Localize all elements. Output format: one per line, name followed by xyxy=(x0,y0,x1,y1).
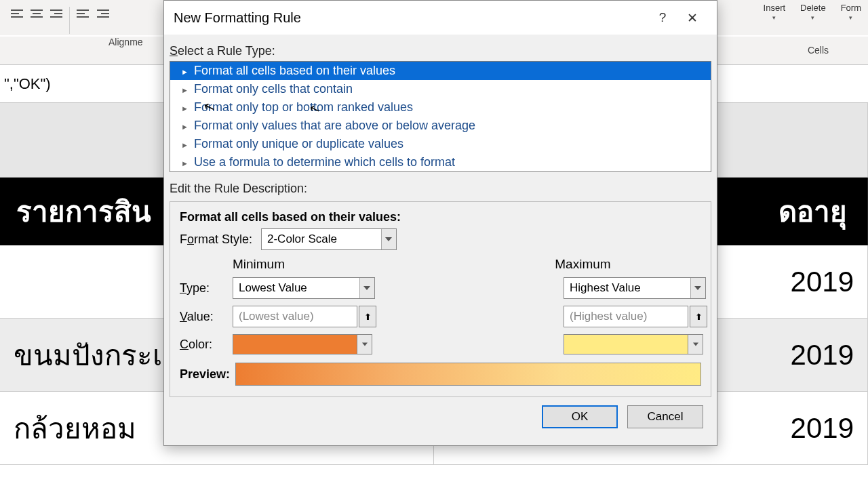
rule-type-list[interactable]: ►Format all cells based on their values … xyxy=(170,61,711,172)
cancel-button[interactable]: Cancel xyxy=(627,405,703,428)
arrow-icon: ► xyxy=(181,159,189,167)
arrow-icon: ► xyxy=(181,141,189,149)
close-button[interactable]: ✕ xyxy=(677,3,707,33)
combo-value: Lowest Value xyxy=(239,281,307,295)
cell-text: 2019 xyxy=(791,266,854,298)
color-swatch xyxy=(233,334,357,354)
rule-type-label: Use a formula to determine which cells t… xyxy=(194,155,455,169)
desc-title: Format all cells based on their values: xyxy=(180,210,701,224)
cell-text: 2019 xyxy=(791,339,854,371)
minmax-grid: Type: Lowest Value Highest Value Value: … xyxy=(180,277,701,354)
format-style-combo[interactable]: 2-Color Scale xyxy=(261,228,397,250)
preview-row: Preview: xyxy=(180,363,701,386)
max-type-combo[interactable]: Highest Value xyxy=(564,277,706,299)
color-label: Color: xyxy=(180,338,223,352)
arrow-icon: ► xyxy=(181,104,189,113)
formula-bar-text: ","OK") xyxy=(4,75,51,93)
alignment-group-label: Alignme xyxy=(108,37,143,64)
dialog-titlebar: New Formatting Rule ? ✕ xyxy=(164,1,717,35)
ok-button[interactable]: OK xyxy=(542,405,618,428)
arrow-icon: ► xyxy=(181,123,189,131)
dialog-title: New Formatting Rule xyxy=(174,10,301,26)
arrow-icon: ► xyxy=(181,86,189,94)
chevron-down-icon: ▾ xyxy=(811,14,814,21)
chevron-down-icon xyxy=(690,278,705,298)
max-color-picker[interactable] xyxy=(564,334,710,354)
decrease-indent-icon[interactable] xyxy=(74,4,93,23)
ribbon-delete-button[interactable]: Delete▾ xyxy=(800,3,826,21)
color-swatch xyxy=(564,334,688,354)
edit-description-label: Edit the Rule Description: xyxy=(170,182,711,196)
chevron-down-icon: ▾ xyxy=(849,14,852,21)
ribbon-btn-label: Delete xyxy=(800,3,826,13)
rule-type-item[interactable]: ►Format all cells based on their values xyxy=(170,62,711,80)
cell-text: ขนมปังกระเ xyxy=(14,333,162,378)
min-type-combo[interactable]: Lowest Value xyxy=(233,277,375,299)
new-formatting-rule-dialog: New Formatting Rule ? ✕ Select a Rule Ty… xyxy=(163,0,717,446)
value-label: Value: xyxy=(180,310,223,324)
ribbon-btn-label: Insert xyxy=(764,3,786,13)
placeholder-text: (Lowest value) xyxy=(239,310,314,323)
button-label: Cancel xyxy=(648,410,684,424)
align-center-icon[interactable] xyxy=(27,4,46,23)
arrow-icon: ► xyxy=(181,68,189,76)
rule-type-label: Format only values that are above or bel… xyxy=(194,119,475,133)
ribbon-format-button[interactable]: Form▾ xyxy=(841,3,861,21)
help-icon: ? xyxy=(659,10,667,25)
max-value-input[interactable]: (Highest value) xyxy=(564,306,688,327)
ribbon-right-buttons: Insert▾ Delete▾ Form▾ xyxy=(764,3,861,21)
dialog-button-row: OK Cancel xyxy=(170,397,711,428)
combo-value: 2-Color Scale xyxy=(267,232,337,246)
rule-type-label: Format only top or bottom ranked values xyxy=(194,100,413,115)
format-style-label: Format Style: xyxy=(180,232,254,247)
maximum-header: Maximum xyxy=(555,257,701,272)
rule-type-item[interactable]: ►Format only top or bottom ranked values xyxy=(170,98,711,117)
close-icon: ✕ xyxy=(687,10,698,26)
increase-indent-icon[interactable] xyxy=(93,4,112,23)
ribbon-alignment-group xyxy=(0,0,120,41)
help-button[interactable]: ? xyxy=(648,3,677,33)
rule-type-label: Format only unique or duplicate values xyxy=(194,137,403,151)
rule-type-item[interactable]: ►Format only unique or duplicate values xyxy=(170,135,711,153)
button-label: OK xyxy=(572,410,589,424)
cells-group-label: Cells xyxy=(808,45,829,64)
min-color-picker[interactable] xyxy=(233,334,379,354)
min-value-input[interactable]: (Lowest value) xyxy=(233,306,357,327)
rule-type-label: Format only cells that contain xyxy=(194,82,353,96)
align-left-icon[interactable] xyxy=(8,4,27,23)
header-text: ดอายุ xyxy=(778,189,847,234)
ribbon-insert-button[interactable]: Insert▾ xyxy=(764,3,786,21)
align-right-icon[interactable] xyxy=(46,4,65,23)
placeholder-text: (Highest value) xyxy=(570,310,647,323)
chevron-down-icon xyxy=(688,334,703,354)
chevron-down-icon xyxy=(359,278,374,298)
rule-description-box: Format all cells based on their values: … xyxy=(170,201,711,397)
ribbon-separator xyxy=(69,7,70,34)
ribbon-btn-label: Form xyxy=(841,3,861,13)
rule-type-item[interactable]: ►Format only values that are above or be… xyxy=(170,117,711,135)
cell-text: กล้วยหอม xyxy=(14,406,136,451)
rule-type-item[interactable]: ►Format only cells that contain xyxy=(170,80,711,98)
combo-value: Highest Value xyxy=(570,281,641,295)
select-rule-type-label: Select a Rule Type: xyxy=(170,44,711,58)
format-style-row: Format Style: 2-Color Scale xyxy=(180,228,701,250)
rule-type-label: Format all cells based on their values xyxy=(194,64,395,78)
preview-label: Preview: xyxy=(180,367,230,382)
header-text: รายการสิน xyxy=(16,189,151,234)
preview-gradient xyxy=(235,363,701,386)
collapse-dialog-icon[interactable]: ⬆ xyxy=(359,306,376,327)
chevron-down-icon: ▾ xyxy=(772,14,776,21)
rule-type-item[interactable]: ►Use a formula to determine which cells … xyxy=(170,153,711,171)
minimum-header: Minimum xyxy=(233,257,379,272)
chevron-down-icon xyxy=(381,229,396,249)
cell-text: 2019 xyxy=(791,412,854,445)
collapse-dialog-icon[interactable]: ⬆ xyxy=(690,306,707,327)
dialog-body: Select a Rule Type: ►Format all cells ba… xyxy=(164,35,717,434)
type-label: Type: xyxy=(180,281,223,296)
chevron-down-icon xyxy=(357,334,372,354)
